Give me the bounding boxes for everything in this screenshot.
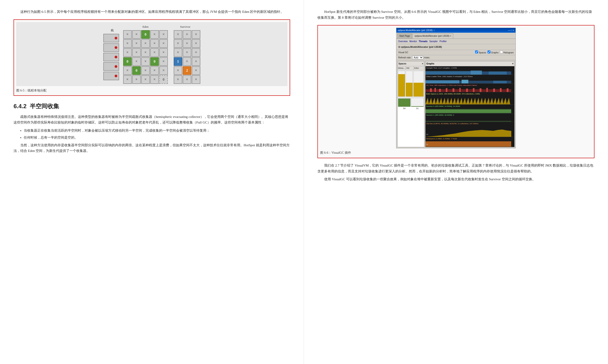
eden-cell (159, 39, 168, 48)
survivor-grid (174, 30, 200, 84)
stack-row-2 (103, 43, 119, 52)
thread-diagram: 栈 (16, 22, 287, 86)
s0-bar-container (398, 98, 411, 107)
visualgc-body: Spaces × Metas... Old Eden (396, 60, 515, 148)
figure-6-5-caption: 图 6-5：线程本地分配 (16, 88, 287, 93)
visualgc-window-title: optjava.ModelAllocator (pid 13538) ☆ (398, 28, 435, 32)
eden-cell (150, 75, 159, 84)
svg-text:50: 50 (426, 133, 428, 135)
section-para1: 疏散式收集器有种特殊情况值得注意。这种类型的收集器有时被称为半空间疏散式收集器（… (14, 114, 290, 126)
survivor0-svg (425, 108, 514, 113)
nav-threads[interactable]: Threads (419, 39, 428, 43)
survivor1-graph: Survivor 1 (455.000M, 30.000M): 0 (425, 113, 514, 122)
eden-cell (150, 66, 159, 75)
svg-rect-17 (480, 88, 481, 92)
refresh-bar: Refresh rate: Auto 1000 2000 msec. (396, 55, 515, 60)
s0-label: S0 (398, 107, 411, 110)
survivor-cell (192, 75, 200, 84)
survivor-cell (174, 75, 182, 84)
nav-profiler[interactable]: Profiler (439, 39, 447, 43)
survivor-cell (192, 57, 200, 66)
refresh-label: Refresh rate: (398, 56, 411, 60)
eden-cell (132, 57, 141, 66)
tab-start-page[interactable]: Start Page (397, 33, 412, 39)
spaces-close[interactable]: × (422, 62, 423, 65)
compile-time-graph: Compile Time: 1117 compiles - 2.070s (425, 66, 514, 75)
gc-time-label: GC Time: 385 collections, 2.153s Last Ca… (425, 84, 514, 87)
stack-row-1 (103, 34, 119, 42)
stack-cell (103, 62, 119, 71)
nav-sampler[interactable]: Sampler (429, 39, 438, 43)
survivor0-graph: Survivor 0 (455.000M, 24.500M): 24.062M (425, 104, 514, 113)
stack-rows (103, 34, 119, 80)
left-intro: 这种行为如图 6-5 所示，其中每个应用程序线程都持有一个用来分配新对象的缓冲区… (14, 9, 290, 15)
refresh-select[interactable]: Auto 1000 2000 (412, 56, 423, 59)
metaspace-svg: 51 (425, 140, 514, 147)
visualgc-checkboxes: Spaces Graphs Histogram (475, 51, 514, 54)
eden-space-label: Eden Space (1.132G, 160.000M): 86.302M, … (425, 92, 514, 96)
eden-bar (414, 83, 423, 96)
checkbox-histogram[interactable]: Histogram (500, 51, 514, 54)
old-gen-label: Old Gen (2.667G, 90.500M): 48.827M, 11 c… (425, 122, 514, 126)
survivor1-label: Survivor 1 (455.000M, 30.000M): 0 (425, 113, 514, 117)
graphs-panel: Graphs × Compile Time: 1117 compiles - 2… (425, 61, 514, 147)
graphs-close[interactable]: × (512, 62, 513, 65)
eden-cell (132, 30, 141, 39)
eden-cell (123, 39, 132, 48)
survivor-cell (192, 66, 200, 75)
refresh-unit: msec. (424, 56, 430, 60)
class-loader-svg (425, 78, 514, 83)
eden-cell (141, 75, 150, 84)
stack-row-3 (103, 53, 119, 61)
right-intro: HotSpot 新生代堆的半空间部分被称为 Survivor 空间。从图 6-6… (317, 9, 594, 21)
eden-cell (159, 48, 168, 57)
eden-cell-0 (141, 30, 150, 39)
survivor-bars: S0 S1 (397, 97, 424, 111)
survivor-cell (183, 57, 191, 66)
eden-grid (123, 30, 168, 84)
survivor-cell (192, 30, 200, 39)
stack-row-5 (103, 72, 119, 80)
survivor-cell (192, 39, 200, 48)
stack-cell (103, 53, 119, 61)
gc-time-graph: GC Time: 385 collections, 2.153s Last Ca… (425, 84, 514, 92)
tab-model-allocator[interactable]: optjava.ModelAllocator (pid 13538) × (412, 33, 453, 39)
eden-cell (132, 39, 141, 48)
dot (115, 75, 117, 77)
svg-rect-9 (430, 88, 432, 92)
old-gen-graph: Old Gen (2.667G, 90.500M): 48.827M, 11 c… (425, 122, 514, 137)
col-old: Old (406, 66, 414, 70)
gc-time-svg (425, 87, 514, 92)
survivor-cell-1 (174, 57, 182, 66)
eden-cell-0 (150, 57, 159, 66)
spaces-bars (397, 70, 424, 97)
survivor-cell (174, 30, 182, 39)
checkbox-graphs[interactable]: Graphs (487, 51, 499, 54)
visualgc-titlebar: optjava.ModelAllocator (pid 13538) ☆ — □… (396, 28, 515, 33)
eden-space-svg (425, 96, 514, 104)
right-page: HotSpot 新生代堆的半空间部分被称为 Survivor 空间。从图 6-6… (304, 0, 608, 364)
eden-cell (132, 75, 141, 84)
svg-text:51: 51 (426, 143, 428, 145)
nav-overview[interactable]: Overview (398, 39, 408, 43)
visualgc-app-header: ⊙ optjava.ModelAllocator (pid 13538) (396, 44, 515, 50)
nav-monitor[interactable]: Monitor (409, 39, 417, 43)
col-metas: Metas... (397, 66, 406, 70)
survivor-cell (183, 48, 191, 57)
svg-rect-11 (439, 89, 441, 92)
eden-cell-0 (123, 57, 132, 66)
eden-cell (123, 75, 132, 84)
eden-cell (150, 48, 159, 57)
eden-bar-container (413, 71, 424, 97)
figure-6-6-caption: 图 6-6：VisualGC 插件 (320, 150, 592, 156)
metaspace-graph: Metaspace (1.00BG, 8.250M): 7.701M 51 (425, 137, 514, 147)
checkbox-spaces[interactable]: Spaces (475, 51, 486, 54)
section-title: 6.4.2 半空间收集 (14, 101, 290, 111)
visual-gc-label: Visual GC (398, 51, 408, 54)
svg-rect-23 (425, 109, 511, 113)
stack-cell (103, 72, 119, 80)
survivor-cell (174, 39, 182, 48)
svg-rect-15 (466, 89, 468, 92)
visualgc-nav: Overview Monitor Threads Sampler Profile… (396, 39, 515, 44)
eden-label: Eden (143, 24, 149, 29)
